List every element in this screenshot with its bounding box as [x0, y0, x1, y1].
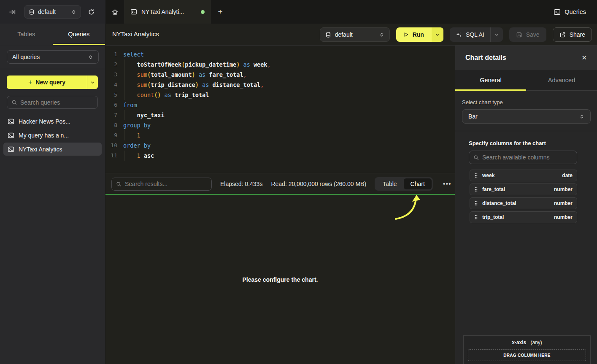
line-number: 5 [105, 90, 117, 100]
panel-header: Chart details ✕ [455, 46, 597, 70]
terminal-icon [8, 132, 14, 139]
line-number: 3 [105, 70, 117, 80]
line-number: 1 [105, 49, 117, 59]
sql-editor[interactable]: 1 select 2 toStartOfWeek(pickup_datetime… [105, 46, 455, 173]
columns-list: week date fare_total number distance_tot… [470, 170, 577, 223]
code-text: sum(trip_distance) as distance_total, [122, 80, 264, 90]
terminal-icon [8, 146, 14, 153]
line-number: 4 [105, 80, 117, 90]
save-button[interactable]: Save [509, 27, 546, 42]
line-number: 7 [105, 110, 117, 120]
query-search-input[interactable] [20, 99, 93, 106]
queries-button-label: Queries [565, 8, 586, 15]
code-line: 10 order by [105, 140, 455, 151]
column-type: number [554, 186, 573, 192]
search-icon [11, 100, 17, 105]
chart-empty-message: Please configure the chart. [105, 276, 455, 283]
chevron-updown-icon [579, 114, 584, 119]
drag-handle-icon [474, 186, 478, 192]
database-selector[interactable]: default [24, 5, 81, 19]
rows-read-stats: Read: 20,000,000 rows (260.00 MB) [271, 181, 366, 187]
search-icon [116, 181, 122, 187]
code-line: 8 group by [105, 120, 455, 130]
share-button[interactable]: Share [553, 27, 592, 42]
code-line: 5 count() as trip_total [105, 90, 455, 100]
chart-type-select[interactable]: Bar [462, 109, 591, 124]
new-tab-button[interactable]: + [214, 6, 227, 18]
collapse-sidebar-icon[interactable] [7, 7, 18, 17]
tab-queries[interactable]: Queries [53, 24, 105, 45]
code-text: nyc_taxi [122, 110, 165, 120]
sql-ai-dropdown-caret[interactable] [490, 27, 503, 42]
axis-config-section: x-axis (any) DRAG COLUMN HERE y-axis (nu… [463, 335, 591, 364]
tab-tables[interactable]: Tables [0, 24, 53, 45]
code-text: 1 [122, 130, 140, 140]
terminal-icon [554, 8, 561, 16]
run-button[interactable]: Run [396, 27, 443, 42]
tab-nytaxi-analytics[interactable]: NYTaxi Analyti... [124, 0, 211, 24]
results-search-input[interactable] [125, 181, 207, 187]
database-selector-value: default [335, 31, 375, 38]
column-name: fare_total [482, 186, 550, 192]
top-bar: default NYTaxi Analyti... [0, 0, 597, 24]
database-icon [29, 9, 35, 15]
code-text: group by [122, 120, 151, 130]
column-row[interactable]: trip_total number [470, 211, 577, 223]
code-line: 2 toStartOfWeek(pickup_datetime) as week… [105, 59, 455, 70]
run-dropdown-caret[interactable] [432, 27, 443, 42]
code-line: 1 select [105, 49, 455, 59]
tab-advanced[interactable]: Advanced [526, 70, 597, 90]
code-text: from [122, 100, 137, 110]
results-search-box [111, 178, 212, 191]
column-type: number [554, 200, 573, 206]
search-icon [473, 155, 479, 160]
columns-search-input[interactable] [482, 154, 573, 161]
code-line: 4 sum(trip_distance) as distance_total, [105, 80, 455, 90]
query-filter-select[interactable]: All queries [7, 50, 99, 64]
sql-ai-button[interactable]: SQL AI [450, 27, 503, 42]
new-query-dropdown-caret[interactable] [87, 75, 98, 89]
sparkles-icon [456, 32, 462, 38]
columns-search-box [469, 151, 577, 164]
refresh-icon[interactable] [86, 7, 97, 17]
home-icon [111, 8, 119, 16]
chevron-updown-icon [71, 9, 76, 15]
chart-type-label: Select chart type [462, 99, 590, 105]
tab-title: NYTaxi Analyti... [141, 8, 197, 15]
x-axis-type-hint: (any) [531, 340, 542, 345]
drag-handle-icon [474, 200, 478, 206]
sidebar-query-item[interactable]: My query has a n... [3, 129, 102, 142]
code-text: toStartOfWeek(pickup_datetime) as week, [122, 59, 271, 70]
query-search-box [7, 96, 98, 109]
view-toggle-table[interactable]: Table [376, 178, 403, 189]
column-row[interactable]: week date [470, 170, 577, 181]
results-toolbar: Elapsed: 0.433s Read: 20,000,000 rows (2… [105, 173, 455, 194]
home-tab[interactable] [106, 0, 124, 24]
queries-button[interactable]: Queries [554, 5, 586, 18]
sidebar-query-item[interactable]: Hacker News Pos... [3, 115, 102, 128]
column-name: week [482, 173, 558, 178]
view-toggle-chart[interactable]: Chart [404, 178, 432, 189]
new-query-button[interactable]: + New query [7, 75, 98, 89]
column-row[interactable]: distance_total number [470, 197, 577, 209]
x-axis-drop-zone[interactable]: DRAG COLUMN HERE [468, 349, 586, 361]
code-line: 9 1 [105, 130, 455, 140]
sidebar-query-item[interactable]: NYTaxi Analytics [3, 143, 102, 156]
unsaved-changes-dot [201, 10, 205, 14]
tab-general[interactable]: General [455, 70, 526, 90]
column-row[interactable]: fare_total number [470, 183, 577, 195]
panel-divider [455, 131, 597, 131]
new-query-label: New query [35, 79, 65, 86]
panel-body: Select chart type Bar Specify columns fo… [455, 99, 597, 364]
database-selector[interactable]: default [320, 27, 390, 42]
code-line: 11 1 asc [105, 151, 455, 161]
code-line: 6 from [105, 100, 455, 110]
line-number: 11 [105, 151, 117, 161]
save-button-label: Save [526, 31, 540, 38]
save-icon [516, 32, 522, 38]
chart-type-value: Bar [468, 113, 579, 120]
chevron-updown-icon [88, 54, 93, 60]
share-button-label: Share [570, 31, 585, 38]
more-options-icon[interactable]: ••• [441, 180, 453, 188]
close-icon[interactable]: ✕ [581, 54, 587, 62]
